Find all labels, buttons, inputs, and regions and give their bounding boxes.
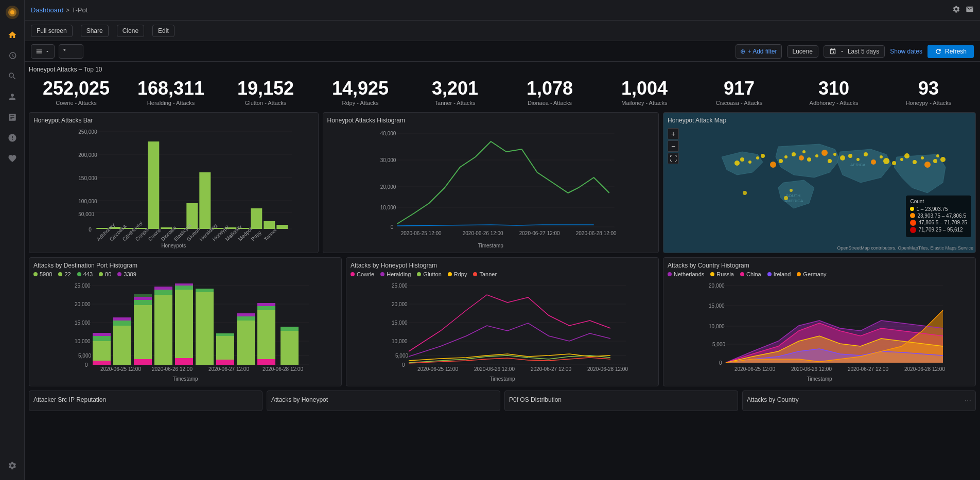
svg-point-93 [940,157,946,162]
svg-rect-139 [175,358,193,365]
svg-point-91 [933,159,937,163]
legend-range-3: 47,806.5 – 71,709.25 [918,220,967,225]
svg-point-78 [840,155,845,161]
legend-range-4: 71,709.25 – 95,612 [918,227,962,233]
charts-row-1: Honeypot Attacks Bar 250,000 200,000 150… [29,112,976,253]
date-range-selector[interactable]: Last 5 days [824,45,885,58]
legend-label-ru: Russia [716,271,734,277]
stat-value-0: 252,025 [30,78,122,99]
refresh-button[interactable]: Refresh [927,45,974,58]
stat-honeypy: 93 Honeypy - Attacks [881,76,976,108]
stat-glutton: 19,152 Glutton - Attacks [218,76,313,108]
legend-label-80: 80 [105,271,111,277]
svg-text:2020-06-27 12:00: 2020-06-27 12:00 [519,230,559,236]
legend-label-22: 22 [64,271,71,277]
filter-type-selector[interactable] [31,44,55,59]
add-filter-button[interactable]: ⊕ + Add filter [736,44,781,59]
legend-label-3389: 3389 [124,271,136,277]
svg-point-87 [904,153,909,158]
email-icon[interactable] [966,5,974,15]
svg-point-73 [807,157,811,162]
svg-text:10,000: 10,000 [392,339,408,344]
honeypot-hist-x-label: Timestamp [351,376,654,382]
svg-text:0: 0 [402,362,405,368]
sidebar-heart-icon[interactable] [3,149,22,168]
sidebar-recent-icon[interactable] [3,46,22,65]
sidebar-user-icon[interactable] [3,87,22,106]
edit-button[interactable]: Edit [152,25,174,37]
svg-text:Rdpy: Rdpy [250,229,262,242]
svg-text:2020-06-25 12:00: 2020-06-25 12:00 [400,230,441,236]
map-legend-title: Count [910,199,967,204]
svg-text:2020-06-28 12:00: 2020-06-28 12:00 [575,230,616,236]
svg-text:2020-06-27 12:00: 2020-06-27 12:00 [208,366,249,372]
svg-text:2020-06-26 12:00: 2020-06-26 12:00 [474,366,515,372]
legend-5900: 5900 [33,271,52,277]
svg-text:2020-06-26 12:00: 2020-06-26 12:00 [462,230,503,236]
honeypot-hist-panel: Attacks by Honeypot Histogram Cowrie Her… [346,257,659,386]
fullscreen-button[interactable]: Full screen [31,25,73,37]
svg-text:40,000: 40,000 [380,131,396,136]
sidebar-home-icon[interactable] [3,26,22,44]
histogram-svg: 40,000 30,000 20,000 10,000 0 2020-06-25… [327,126,654,244]
svg-text:2020-06-25 12:00: 2020-06-25 12:00 [734,366,775,372]
legend-tanner: Tanner [473,271,497,277]
dest-port-title: Attacks by Destination Port Histogram [33,262,337,269]
svg-text:0: 0 [85,362,88,368]
stat-heralding: 168,311 Heralding - Attacks [124,76,218,108]
svg-point-77 [833,153,836,156]
honeypot-hist-svg: 25,000 20,000 15,000 10,000 5,000 0 [351,279,654,375]
svg-text:2020-06-27 12:00: 2020-06-27 12:00 [848,366,888,372]
sidebar-alert-icon[interactable] [3,129,22,147]
lucene-button[interactable]: Lucene [787,45,818,58]
svg-text:2020-06-28 12:00: 2020-06-28 12:00 [262,366,303,372]
attacks-by-honeypot-title: Attacks by Honeypot [271,396,328,403]
svg-text:0: 0 [89,227,92,233]
svg-rect-128 [216,333,234,336]
svg-text:2020-06-28 12:00: 2020-06-28 12:00 [587,366,628,372]
legend-label-5900: 5900 [40,271,52,277]
stats-row: 252,025 Cowrie - Attacks 168,311 Heraldi… [29,76,976,108]
settings-icon[interactable] [952,5,960,15]
sidebar-search-icon[interactable] [3,67,22,85]
share-button[interactable]: Share [81,25,109,37]
dashboard-link[interactable]: Dashboard [31,6,64,14]
svg-text:20,000: 20,000 [380,184,396,190]
sidebar-chart-icon[interactable] [3,108,22,127]
svg-point-84 [883,158,889,164]
filter-input[interactable] [63,48,79,55]
legend-label-tanner: Tanner [479,271,497,277]
legend-heralding: Heralding [380,271,411,277]
svg-text:15,000: 15,000 [75,320,91,326]
svg-rect-114 [113,317,131,321]
legend-label-cn: China [746,271,761,277]
show-dates-button[interactable]: Show dates [890,48,922,55]
more-options-icon[interactable]: ··· [965,396,971,405]
svg-text:10,000: 10,000 [380,205,396,210]
legend-label-cowrie: Cowrie [357,271,374,277]
svg-point-67 [770,162,776,168]
clone-button[interactable]: Clone [117,25,144,37]
stat-value-5: 1,078 [503,78,596,99]
svg-text:250,000: 250,000 [78,129,97,135]
svg-text:0: 0 [719,360,722,366]
map-fullscreen-button[interactable]: ⛶ [668,153,679,164]
stat-mailoney: 1,004 Mailoney - Attacks [597,76,692,108]
filter-input-box[interactable] [59,44,83,59]
stats-title: Honeypot Attacks – Top 10 [29,66,976,73]
svg-rect-117 [134,297,152,300]
sidebar-settings-icon[interactable] [3,456,22,475]
legend-label-de: Germany [803,271,826,277]
svg-rect-19 [148,141,159,229]
legend-label-heralding: Heralding [387,271,411,277]
stat-adbhoney: 310 Adbhoney - Attacks [786,76,881,108]
stat-label-8: Adbhoney - Attacks [787,100,880,106]
stat-label-3: Rdpy - Attacks [314,100,407,106]
svg-rect-116 [134,300,152,305]
legend-glutton: Glutton [417,271,441,277]
logo [4,4,21,21]
map-zoom-out-button[interactable]: − [668,140,679,152]
svg-text:10,000: 10,000 [75,339,91,344]
src-ip-rep-panel: Attacker Src IP Reputation [29,390,262,411]
map-zoom-in-button[interactable]: + [668,128,679,139]
